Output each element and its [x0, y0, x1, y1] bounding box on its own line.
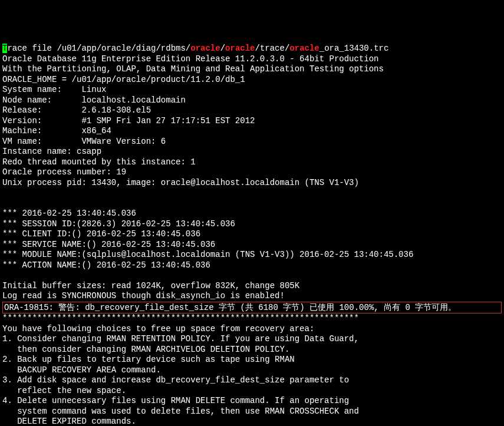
line: VM name: VMWare Version: 6	[2, 137, 166, 146]
line: Node name: localhost.localdomain	[2, 95, 186, 105]
line: system command was used to delete files,…	[2, 407, 359, 416]
trace-path: race file /u01/app/oracle/diag/rdbms/	[7, 44, 190, 53]
text: _ora_13430.trc	[319, 44, 389, 53]
line: Initial buffer sizes: read 1024K, overfl…	[2, 281, 299, 290]
line: BACKUP RECOVERY AREA command.	[2, 365, 161, 375]
line: *** CLIENT ID:() 2016-02-25 13:40:45.036	[2, 229, 200, 239]
line: 4. Delete unnecessary files using RMAN D…	[2, 396, 349, 405]
line: 1. Consider changing RMAN RETENTION POLI…	[2, 334, 359, 344]
line: Unix process pid: 13430, image: oracle@l…	[2, 178, 359, 187]
text: /trace/	[255, 44, 290, 53]
highlight-oracle: oracle	[289, 44, 319, 53]
line: Oracle process number: 19	[2, 167, 126, 177]
line: Oracle Database 11g Enterprise Edition R…	[2, 54, 379, 64]
line: Instance name: csapp	[2, 147, 101, 156]
highlight-oracle: oracle	[225, 44, 255, 53]
line: Version: #1 SMP Fri Jan 27 17:17:51 EST …	[2, 116, 255, 126]
line: You have following choices to free up sp…	[2, 324, 314, 333]
error-box: ORA-19815: 警告: db_recovery_file_dest_siz…	[2, 302, 502, 314]
line: then consider changing RMAN ARCHIVELOG D…	[2, 345, 289, 354]
line: 2. Back up files to tertiary device such…	[2, 355, 295, 364]
line: Machine: x86_64	[2, 126, 111, 136]
line: *** MODULE NAME:(sqlplus@localhost.local…	[2, 250, 413, 259]
line: *** 2016-02-25 13:40:45.036	[2, 209, 136, 218]
line: reflect the new space.	[2, 386, 126, 395]
line: Log read is SYNCHRONOUS though disk_asyn…	[2, 291, 285, 300]
line: *** ACTION NAME:() 2016-02-25 13:40:45.0…	[2, 260, 210, 270]
highlight-oracle: oracle	[190, 44, 220, 53]
text: /	[220, 44, 225, 53]
line: *** SERVICE NAME:() 2016-02-25 13:40:45.…	[2, 240, 215, 249]
line: ****************************************…	[2, 313, 359, 323]
line: ORACLE_HOME = /u01/app/oracle/product/11…	[2, 75, 245, 84]
line: Redo thread mounted by this instance: 1	[2, 157, 196, 167]
line: System name: Linux	[2, 85, 106, 94]
line: Release: 2.6.18-308.el5	[2, 105, 151, 115]
line: DELETE EXPIRED commands.	[2, 417, 136, 426]
line: 3. Add disk space and increase db_recove…	[2, 375, 349, 385]
line: With the Partitioning, OLAP, Data Mining…	[2, 64, 384, 74]
line: *** SESSION ID:(2826.3) 2016-02-25 13:40…	[2, 219, 235, 229]
terminal-output: Trace file /u01/app/oracle/diag/rdbms/or…	[2, 44, 502, 426]
